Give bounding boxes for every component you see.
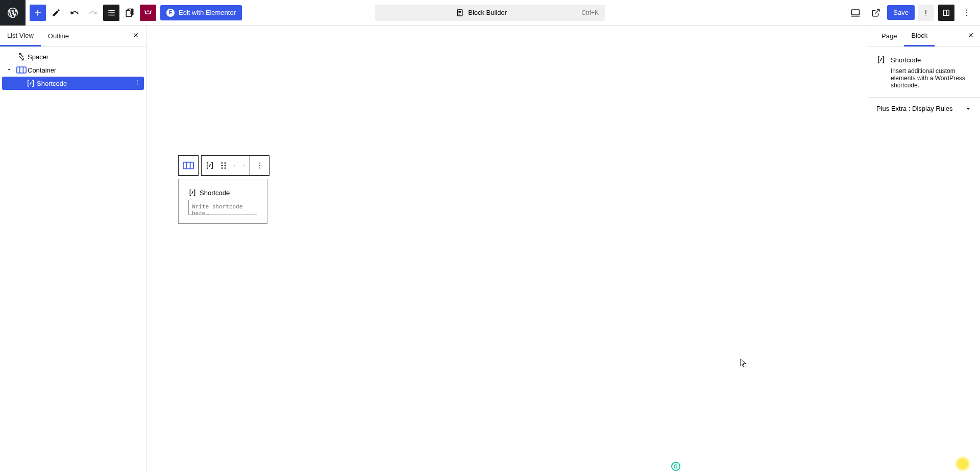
device-icon — [850, 8, 861, 18]
block-options-button[interactable] — [250, 156, 269, 175]
edit-elementor-button[interactable]: E Edit with Elementor — [160, 5, 242, 20]
tab-list-view[interactable]: List View — [0, 26, 41, 46]
tree-item-more-button[interactable] — [134, 79, 141, 88]
container-icon — [15, 66, 28, 74]
chevron-right-icon — [242, 162, 247, 169]
document-title-search[interactable]: Block Builder Ctrl+K — [375, 5, 605, 21]
drag-handle[interactable] — [218, 156, 229, 175]
close-left-panel-button[interactable] — [128, 28, 144, 44]
svg-point-28 — [259, 165, 260, 166]
svg-line-6 — [875, 9, 879, 13]
svg-rect-4 — [852, 10, 860, 15]
spacer-icon — [15, 52, 28, 61]
svg-point-25 — [222, 168, 223, 169]
tab-outline[interactable]: Outline — [41, 26, 76, 46]
plugin-button[interactable] — [140, 5, 156, 21]
block-name: Shortcode — [891, 56, 921, 64]
parent-block-button[interactable] — [179, 156, 198, 175]
page-icon — [456, 9, 464, 17]
chevron-left-icon — [232, 162, 237, 169]
shortcode-icon — [205, 161, 214, 170]
svg-point-10 — [966, 12, 967, 13]
sidebar-icon — [942, 8, 951, 17]
plus-icon — [33, 8, 43, 18]
shortcode-input[interactable]: Write shortcode here… — [188, 200, 257, 215]
tab-page[interactable]: Page — [874, 26, 904, 46]
wordpress-logo-button[interactable] — [0, 0, 26, 26]
more-vertical-icon — [962, 8, 971, 17]
close-icon — [967, 32, 974, 39]
top-toolbar: E Edit with Elementor Block Builder Ctrl… — [0, 0, 980, 26]
external-link-icon — [871, 8, 880, 17]
add-block-button[interactable] — [30, 5, 46, 21]
display-rules-accordion[interactable]: Plus Extra : Display Rules — [868, 98, 980, 120]
external-link-button[interactable] — [868, 5, 884, 21]
grammarly-badge[interactable]: G — [671, 462, 680, 471]
drag-icon — [220, 161, 227, 170]
svg-point-9 — [966, 9, 967, 10]
redo-button[interactable] — [85, 5, 101, 21]
chevron-down-icon — [965, 105, 972, 112]
svg-point-15 — [137, 80, 138, 81]
pencil-icon — [52, 8, 61, 17]
shortcut-hint: Ctrl+K — [581, 9, 599, 16]
block-toolbar — [178, 155, 270, 176]
shortcode-block[interactable]: Shortcode Write shortcode here… — [178, 179, 267, 224]
chevron-down-icon[interactable] — [6, 66, 13, 74]
block-tree: Spacer Container Shortcode — [0, 47, 146, 93]
container-icon — [183, 161, 194, 170]
undo-button[interactable] — [66, 5, 83, 21]
crown-icon — [143, 8, 153, 17]
right-panel-tabs: Page Block — [868, 26, 980, 47]
svg-point-29 — [259, 168, 260, 169]
document-title: Block Builder — [468, 9, 507, 16]
shortcode-icon — [24, 79, 37, 88]
list-view-icon — [107, 8, 116, 17]
svg-point-17 — [137, 84, 138, 85]
shortcode-icon — [188, 188, 197, 197]
svg-point-27 — [259, 162, 260, 163]
more-vertical-icon — [256, 161, 264, 170]
cursor-indicator — [740, 359, 747, 369]
view-button[interactable] — [847, 5, 864, 21]
more-vertical-icon — [134, 79, 141, 86]
tree-item-label: Spacer — [28, 53, 48, 61]
edit-elementor-label: Edit with Elementor — [179, 9, 236, 16]
block-type-button[interactable] — [202, 156, 218, 175]
shortcode-block-label: Shortcode — [188, 188, 257, 197]
tree-item-label: Shortcode — [37, 80, 67, 87]
editor-canvas[interactable]: Shortcode Write shortcode here… — [146, 26, 868, 472]
info-button[interactable] — [918, 5, 934, 21]
block-info: Shortcode Insert additional custom eleme… — [868, 47, 980, 98]
left-panel-tabs: List View Outline — [0, 26, 146, 47]
highlight-indicator — [954, 456, 971, 472]
undo-icon — [70, 8, 79, 17]
svg-point-16 — [137, 82, 138, 83]
list-view-toggle-button[interactable] — [103, 5, 119, 21]
clipboard-button[interactable] — [121, 5, 138, 21]
wordpress-icon — [7, 7, 19, 19]
svg-point-23 — [222, 165, 223, 167]
close-icon — [132, 32, 139, 39]
close-right-panel-button[interactable] — [963, 28, 979, 44]
tree-item-shortcode[interactable]: Shortcode — [2, 77, 144, 90]
svg-point-11 — [966, 15, 967, 16]
tree-item-spacer[interactable]: Spacer — [2, 50, 144, 63]
svg-rect-7 — [925, 10, 926, 14]
settings-panel-toggle[interactable] — [938, 5, 954, 21]
tab-block[interactable]: Block — [904, 26, 935, 46]
svg-point-26 — [225, 168, 226, 169]
right-panel: Page Block Shortcode Insert additional c… — [868, 26, 980, 472]
svg-point-21 — [222, 162, 223, 164]
tools-button[interactable] — [48, 5, 64, 21]
tree-item-label: Container — [28, 66, 56, 74]
block-description: Insert additional custom elements with a… — [891, 67, 972, 89]
svg-point-22 — [225, 162, 226, 164]
accordion-label: Plus Extra : Display Rules — [876, 105, 953, 112]
options-button[interactable] — [959, 5, 975, 21]
svg-rect-18 — [183, 162, 193, 169]
svg-point-24 — [225, 165, 226, 167]
tree-item-container[interactable]: Container — [2, 63, 144, 77]
clipboard-icon — [125, 8, 134, 17]
save-button[interactable]: Save — [887, 5, 915, 20]
